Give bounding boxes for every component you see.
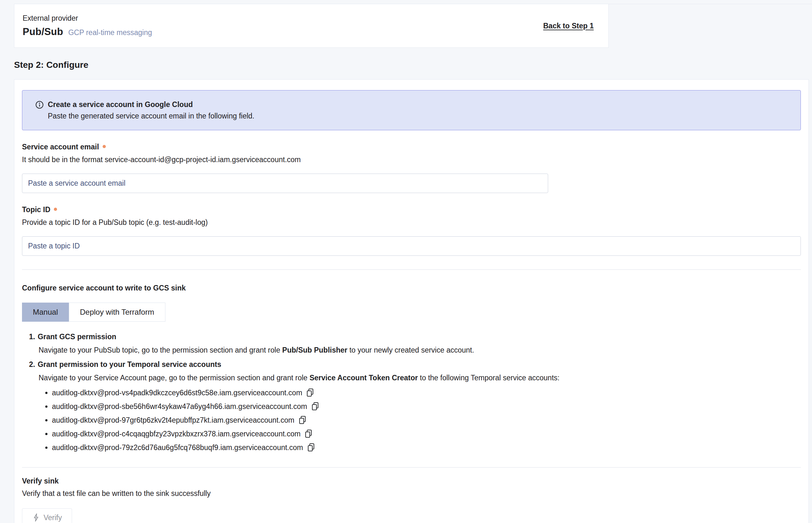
list-item: auditlog-dktxv@prod-vs4padk9dkczcey6d6st… xyxy=(52,387,801,399)
topic-id-helper: Provide a topic ID for a Pub/Sub topic (… xyxy=(22,218,801,227)
info-icon xyxy=(35,101,44,109)
copy-icon[interactable] xyxy=(304,429,313,438)
list-item: auditlog-dktxv@prod-sbe56h6wr4sykaw47a6y… xyxy=(52,400,801,413)
lightning-bolt-icon xyxy=(32,513,40,522)
manual-instructions: 1. Grant GCS permission Navigate to your… xyxy=(22,332,801,454)
copy-icon[interactable] xyxy=(311,402,320,411)
step-body-text: Navigate to your Service Account page, g… xyxy=(38,374,310,382)
copy-icon[interactable] xyxy=(306,388,315,397)
sink-config-tabs: Manual Deploy with Terraform xyxy=(22,303,801,322)
service-account-email-field: Service account email It should be in th… xyxy=(22,143,801,193)
temporal-service-account-list: auditlog-dktxv@prod-vs4padk9dkczcey6d6st… xyxy=(29,387,801,454)
service-account-email: auditlog-dktxv@prod-vs4padk9dkczcey6d6st… xyxy=(52,387,302,399)
service-account-email: auditlog-dktxv@prod-97gr6tp6zkv2t4epubff… xyxy=(52,414,295,426)
service-account-email: auditlog-dktxv@prod-sbe56h6wr4sykaw47a6y… xyxy=(52,400,307,413)
topic-id-field: Topic ID Provide a topic ID for a Pub/Su… xyxy=(22,205,801,256)
required-indicator xyxy=(54,208,57,211)
configure-card: Create a service account in Google Cloud… xyxy=(14,79,809,523)
step-body: Navigate to your Service Account page, g… xyxy=(29,374,801,382)
verify-sink-title: Verify sink xyxy=(22,477,801,485)
provider-description: GCP real-time messaging xyxy=(68,28,152,37)
section-divider xyxy=(22,467,801,468)
page: External provider Pub/Sub GCP real-time … xyxy=(0,0,812,523)
topic-id-input[interactable] xyxy=(22,236,801,256)
service-account-email: auditlog-dktxv@prod-79z2c6d76au6g5fcq768… xyxy=(52,441,303,454)
required-indicator xyxy=(103,145,106,148)
step-body-text: to the following Temporal service accoun… xyxy=(418,374,559,382)
step-title: Grant permission to your Temporal servic… xyxy=(38,360,221,369)
service-account-email: auditlog-dktxv@prod-c4cqaqgbfzy23vpzkbxz… xyxy=(52,428,301,440)
list-item: auditlog-dktxv@prod-79z2c6d76au6g5fcq768… xyxy=(52,441,801,454)
step-number: 1. xyxy=(29,332,35,341)
tab-manual[interactable]: Manual xyxy=(22,303,69,322)
list-item: auditlog-dktxv@prod-97gr6tp6zkv2t4epubff… xyxy=(52,414,801,426)
step-body: Navigate to your PubSub topic, go to the… xyxy=(29,346,801,355)
topic-id-label: Topic ID xyxy=(22,205,50,214)
instruction-step-1: 1. Grant GCS permission Navigate to your… xyxy=(29,332,801,355)
copy-icon[interactable] xyxy=(307,443,316,452)
step-title: Grant GCS permission xyxy=(38,332,116,341)
role-name: Pub/Sub Publisher xyxy=(282,346,347,354)
service-account-email-label: Service account email xyxy=(22,143,99,151)
info-banner: Create a service account in Google Cloud… xyxy=(22,90,801,130)
tab-deploy-with-terraform[interactable]: Deploy with Terraform xyxy=(69,303,165,322)
verify-button-label: Verify xyxy=(44,513,62,522)
external-provider-label: External provider xyxy=(23,14,152,23)
provider-name: Pub/Sub xyxy=(23,26,63,38)
copy-icon[interactable] xyxy=(298,415,307,425)
service-account-email-helper: It should be in the format service-accou… xyxy=(22,156,801,164)
provider-info: External provider Pub/Sub GCP real-time … xyxy=(23,14,152,38)
back-to-step-1-link[interactable]: Back to Step 1 xyxy=(543,22,594,30)
instruction-step-2: 2. Grant permission to your Temporal ser… xyxy=(29,360,801,454)
section-divider xyxy=(22,269,801,270)
step-body-text: to your newly created service account. xyxy=(347,346,474,354)
verify-sink-description: Verify that a test file can be written t… xyxy=(22,489,801,498)
list-item: auditlog-dktxv@prod-c4cqaqgbfzy23vpzkbxz… xyxy=(52,428,801,440)
configure-section-title: Configure service account to write to GC… xyxy=(22,284,801,292)
step-number: 2. xyxy=(29,360,35,369)
page-title: Step 2: Configure xyxy=(14,60,812,70)
service-account-email-input[interactable] xyxy=(22,174,548,193)
banner-body: Paste the generated service account emai… xyxy=(35,112,791,121)
verify-button[interactable]: Verify xyxy=(22,508,72,523)
step-body-text: Navigate to your PubSub topic, go to the… xyxy=(38,346,282,354)
provider-header-card: External provider Pub/Sub GCP real-time … xyxy=(14,4,609,48)
role-name: Service Account Token Creator xyxy=(310,374,418,382)
banner-title: Create a service account in Google Cloud xyxy=(48,100,193,109)
